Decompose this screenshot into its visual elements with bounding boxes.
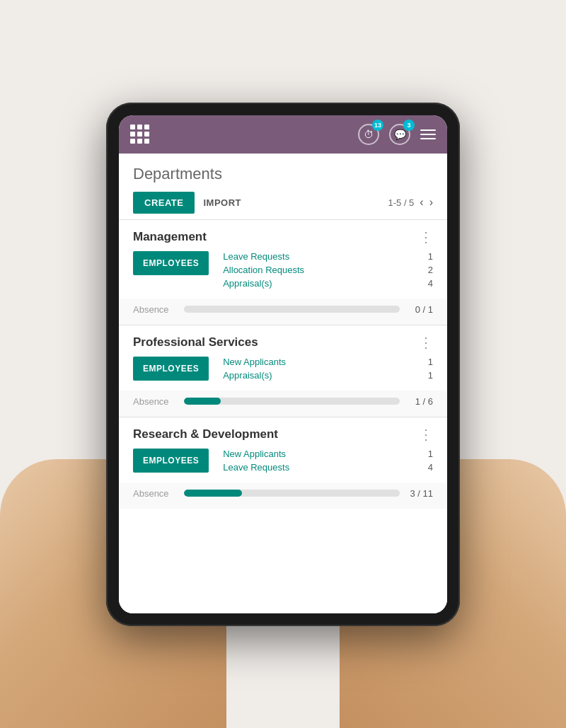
create-button[interactable]: CREATE bbox=[133, 192, 195, 214]
nav-right: ⏱ 13 💬 3 bbox=[358, 124, 436, 145]
stat-row: New Applicants1 bbox=[223, 449, 433, 459]
stat-row: Appraisal(s)1 bbox=[223, 370, 433, 381]
timer-button[interactable]: ⏱ 13 bbox=[358, 124, 379, 145]
absence-bar bbox=[184, 306, 400, 313]
pagination-text: 1-5 / 5 bbox=[388, 197, 414, 208]
absence-label: Absence bbox=[133, 488, 175, 499]
import-button[interactable]: IMPORT bbox=[203, 197, 241, 208]
employees-button[interactable]: EMPLOYEES bbox=[133, 449, 209, 473]
stat-label[interactable]: New Applicants bbox=[223, 357, 286, 367]
stat-label[interactable]: Allocation Requests bbox=[223, 265, 304, 275]
stat-row: Leave Requests4 bbox=[223, 462, 433, 473]
department-menu-button[interactable]: ⋮ bbox=[419, 230, 433, 244]
absence-label: Absence bbox=[133, 396, 175, 407]
stat-row: New Applicants1 bbox=[223, 357, 433, 367]
department-name: Management bbox=[133, 230, 207, 244]
stat-row: Appraisal(s)4 bbox=[223, 278, 433, 289]
tablet-wrapper: ⏱ 13 💬 3 Departments bbox=[0, 0, 566, 728]
absence-count: 1 / 6 bbox=[408, 396, 433, 407]
department-body: EMPLOYEESNew Applicants1Leave Requests4 bbox=[119, 449, 447, 483]
department-list: Management⋮EMPLOYEESLeave Requests1Alloc… bbox=[119, 219, 447, 509]
stat-label[interactable]: New Applicants bbox=[223, 449, 286, 459]
stat-value: 4 bbox=[428, 278, 433, 289]
main-content: Departments CREATE IMPORT 1-5 / 5 ‹ › Ma… bbox=[119, 154, 447, 613]
timer-badge: 13 bbox=[372, 120, 383, 131]
chat-button[interactable]: 💬 3 bbox=[389, 124, 410, 145]
department-menu-button[interactable]: ⋮ bbox=[419, 335, 433, 349]
department-footer: Absence1 / 6 bbox=[119, 391, 447, 417]
absence-bar-fill bbox=[184, 490, 242, 497]
department-header: Management⋮ bbox=[119, 220, 447, 251]
department-menu-button[interactable]: ⋮ bbox=[419, 427, 433, 441]
stat-label[interactable]: Leave Requests bbox=[223, 462, 289, 473]
stat-label[interactable]: Appraisal(s) bbox=[223, 278, 272, 289]
stat-value: 1 bbox=[428, 370, 433, 381]
department-card: Research & Development⋮EMPLOYEESNew Appl… bbox=[119, 417, 447, 509]
tablet-screen: ⏱ 13 💬 3 Departments bbox=[119, 115, 447, 613]
chat-badge: 3 bbox=[403, 120, 415, 131]
department-header: Professional Services⋮ bbox=[119, 325, 447, 357]
department-name: Research & Development bbox=[133, 427, 278, 441]
stat-label[interactable]: Leave Requests bbox=[223, 251, 289, 262]
stat-value: 1 bbox=[428, 357, 433, 367]
tablet-device: ⏱ 13 💬 3 Departments bbox=[106, 103, 460, 626]
employees-button[interactable]: EMPLOYEES bbox=[133, 251, 209, 275]
department-footer: Absence0 / 1 bbox=[119, 299, 447, 325]
department-body: EMPLOYEESLeave Requests1Allocation Reque… bbox=[119, 251, 447, 299]
department-body: EMPLOYEESNew Applicants1Appraisal(s)1 bbox=[119, 357, 447, 391]
prev-page-button[interactable]: ‹ bbox=[420, 196, 423, 209]
stat-label[interactable]: Appraisal(s) bbox=[223, 370, 272, 381]
employees-button[interactable]: EMPLOYEES bbox=[133, 357, 209, 381]
next-page-button[interactable]: › bbox=[429, 196, 433, 209]
department-name: Professional Services bbox=[133, 335, 258, 349]
department-card: Professional Services⋮EMPLOYEESNew Appli… bbox=[119, 325, 447, 417]
page-title: Departments bbox=[133, 165, 433, 183]
department-stats: New Applicants1Leave Requests4 bbox=[223, 449, 433, 473]
stat-value: 1 bbox=[428, 251, 433, 262]
absence-count: 3 / 11 bbox=[408, 488, 433, 499]
absence-label: Absence bbox=[133, 304, 175, 315]
navbar: ⏱ 13 💬 3 bbox=[119, 115, 447, 154]
department-header: Research & Development⋮ bbox=[119, 417, 447, 449]
stat-row: Allocation Requests2 bbox=[223, 265, 433, 275]
hamburger-menu-button[interactable] bbox=[420, 129, 436, 139]
department-stats: Leave Requests1Allocation Requests2Appra… bbox=[223, 251, 433, 289]
stat-value: 2 bbox=[428, 265, 433, 275]
absence-bar bbox=[184, 398, 400, 405]
department-stats: New Applicants1Appraisal(s)1 bbox=[223, 357, 433, 381]
page-header: Departments CREATE IMPORT 1-5 / 5 ‹ › bbox=[119, 154, 447, 219]
stat-value: 4 bbox=[428, 462, 433, 473]
pagination: 1-5 / 5 ‹ › bbox=[388, 196, 433, 209]
absence-bar-fill bbox=[184, 398, 221, 405]
department-card: Management⋮EMPLOYEESLeave Requests1Alloc… bbox=[119, 219, 447, 325]
department-footer: Absence3 / 11 bbox=[119, 483, 447, 509]
stat-row: Leave Requests1 bbox=[223, 251, 433, 262]
apps-icon[interactable] bbox=[130, 125, 149, 144]
absence-count: 0 / 1 bbox=[408, 304, 433, 315]
stat-value: 1 bbox=[428, 449, 433, 459]
absence-bar bbox=[184, 490, 400, 497]
toolbar: CREATE IMPORT 1-5 / 5 ‹ › bbox=[133, 192, 433, 214]
